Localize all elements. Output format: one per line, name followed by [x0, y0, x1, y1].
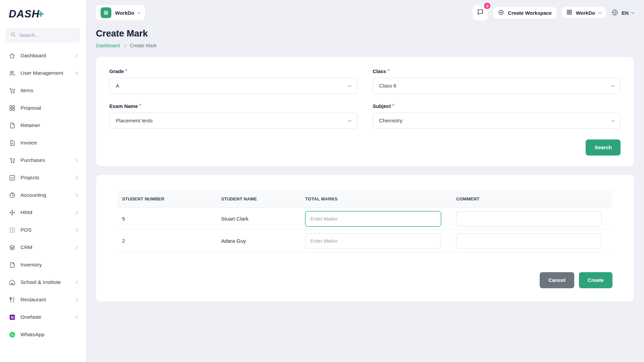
sidebar-item-invoice[interactable]: Invoice [6, 134, 80, 152]
sidebar-item-items[interactable]: Items [6, 82, 80, 99]
onenote-icon: N [9, 314, 15, 320]
sidebar-search[interactable] [6, 28, 80, 42]
chevron-right-icon [74, 193, 78, 197]
sidebar-item-proposal[interactable]: Proposal [6, 99, 80, 117]
chevron-right-icon [74, 54, 78, 57]
sidebar-item-inventory[interactable]: Inventory [6, 256, 80, 274]
sidebar-item-onenote[interactable]: N OneNote [6, 308, 80, 326]
sidebar-item-retainer[interactable]: Retainer [6, 117, 80, 134]
sidebar-item-label: Inventory [20, 262, 77, 268]
sidebar-item-whatsapp[interactable]: WhatsApp [6, 326, 80, 343]
breadcrumb-current: Create Mark [130, 43, 157, 48]
comment-input[interactable] [456, 211, 602, 227]
chevron-down-icon [348, 83, 352, 87]
marks-table: STUDENT NUMBER STUDENT NAME TOTAL MARKS … [117, 190, 612, 261]
marks-card: STUDENT NUMBER STUDENT NAME TOTAL MARKS … [96, 175, 634, 302]
workspace-switcher[interactable]: WorkDo [562, 7, 606, 18]
sidebar-item-label: User Management [20, 70, 70, 76]
student-number-cell: 5 [117, 216, 216, 222]
sidebar-item-accounting[interactable]: Accounting [6, 186, 80, 204]
create-workspace-button[interactable]: Create Workspace [493, 7, 556, 19]
sidebar-item-label: WhatsApp [20, 331, 77, 338]
breadcrumb-separator-icon [123, 44, 126, 47]
workspace-pill[interactable]: WorkDo [96, 5, 145, 20]
sidebar-item-label: CRM [20, 244, 70, 250]
subject-field: Subject* Chemistry [373, 103, 621, 129]
sidebar-item-projects[interactable]: Projects [6, 169, 80, 186]
comment-input[interactable] [456, 233, 602, 249]
topbar-right: 0 Create Workspace WorkDo EN [473, 5, 634, 20]
sidebar-item-school-institute[interactable]: School & Institute [6, 274, 80, 291]
exam-name-field: Exam Name* Placement tests [109, 103, 357, 129]
sidebar-item-user-management[interactable]: User Management [6, 64, 80, 82]
sidebar-item-restaurant[interactable]: Restaurant [6, 291, 80, 308]
search-input[interactable] [19, 32, 75, 38]
subject-select[interactable]: Chemistry [373, 113, 621, 129]
chevron-down-icon [348, 118, 352, 122]
check-square-icon [9, 175, 15, 181]
sidebar-item-pos[interactable]: POS [6, 221, 80, 239]
required-asterisk: * [139, 103, 141, 109]
exam-name-select[interactable]: Placement tests [109, 113, 357, 129]
page-title: Create Mark [96, 28, 634, 39]
sidebar-item-label: Accounting [20, 192, 70, 198]
total-marks-input[interactable] [305, 211, 441, 227]
sidebar-item-dashboard[interactable]: Dashboard [6, 47, 80, 64]
chevron-down-icon [611, 83, 615, 87]
subject-select-value: Chemistry [379, 118, 402, 124]
sidebar-item-purchases[interactable]: Purchases [6, 152, 80, 169]
brand-logo[interactable]: DASH+ [9, 8, 80, 20]
sidebar-item-label: Projects [20, 175, 70, 181]
messages-button[interactable]: 0 [473, 5, 488, 20]
class-select[interactable]: Class 6 [373, 78, 621, 94]
language-selector[interactable]: EN [611, 9, 634, 17]
sidebar-item-hrm[interactable]: HRM [6, 204, 80, 221]
chevron-down-icon [138, 10, 141, 14]
chevron-down-icon [631, 10, 635, 14]
class-label: Class [373, 68, 386, 74]
cancel-button[interactable]: Cancel [540, 272, 574, 288]
grade-field: Grade* A [109, 68, 357, 94]
column-header-total-marks: TOTAL MARKS [301, 196, 451, 201]
required-asterisk: * [392, 103, 394, 109]
grid-icon [567, 9, 572, 16]
create-workspace-label: Create Workspace [508, 10, 552, 16]
cart-icon [9, 87, 15, 94]
student-name-cell: Stuart Clark [216, 216, 301, 222]
class-field: Class* Class 6 [373, 68, 621, 94]
messages-badge: 0 [484, 3, 490, 9]
sidebar-item-label: School & Institute [20, 279, 70, 285]
chevron-right-icon [74, 211, 78, 214]
sidebar-item-crm[interactable]: CRM [6, 239, 80, 256]
shopping-cart-icon [9, 157, 15, 164]
building-icon [9, 279, 15, 286]
sidebar-item-label: Retainer [20, 122, 77, 128]
filter-grid: Grade* A Class* Class 6 Exam Name* Place… [109, 68, 621, 129]
create-button[interactable]: Create [579, 272, 612, 288]
chevron-right-icon [74, 228, 78, 232]
sidebar-item-label: Invoice [20, 140, 77, 146]
sidebar-item-label: Dashboard [20, 53, 70, 59]
breadcrumb-dashboard-link[interactable]: Dashboard [96, 43, 120, 48]
breadcrumb: Dashboard Create Mark [96, 43, 634, 48]
chevron-right-icon [74, 159, 78, 162]
chat-icon [477, 9, 484, 17]
class-select-value: Class 6 [379, 83, 396, 89]
column-header-student-number: STUDENT NUMBER [117, 196, 216, 201]
topbar: WorkDo 0 Create Workspace WorkDo [96, 0, 634, 23]
student-name-cell: Adara Guy [216, 238, 301, 244]
search-button[interactable]: Search [586, 139, 621, 156]
table-row: 2 Adara Guy [117, 230, 612, 252]
sidebar: DASH+ Dashboard User Management Items Pr… [0, 0, 86, 362]
column-header-comment: COMMENT [451, 196, 612, 201]
table-header-row: STUDENT NUMBER STUDENT NAME TOTAL MARKS … [117, 190, 612, 208]
search-icon [10, 32, 16, 39]
sidebar-item-label: Items [20, 87, 77, 94]
logo-plus-icon: + [38, 8, 44, 20]
workspace-pill-label: WorkDo [115, 10, 134, 16]
chevron-right-icon [74, 246, 78, 249]
globe-icon [611, 9, 619, 17]
grade-select[interactable]: A [109, 78, 357, 94]
total-marks-input[interactable] [305, 233, 441, 249]
sidebar-item-label: HRM [20, 209, 70, 216]
